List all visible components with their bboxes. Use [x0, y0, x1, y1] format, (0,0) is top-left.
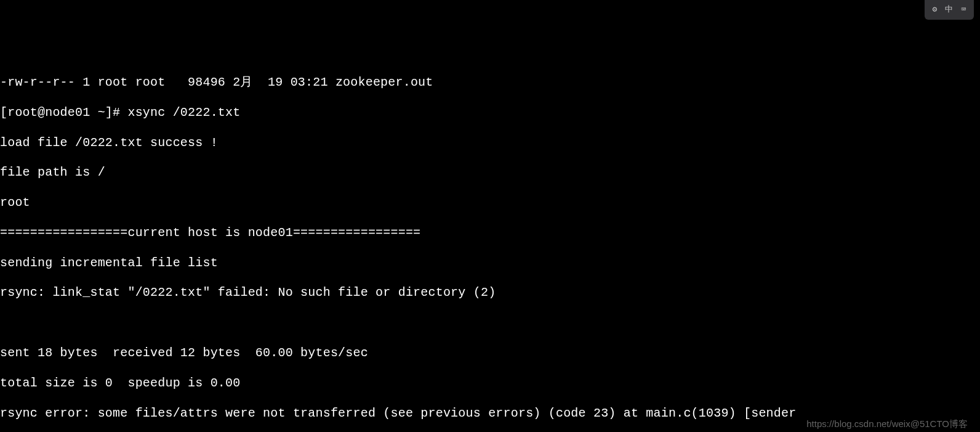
- ime-toolbar[interactable]: ⚙ 中 ⌨: [925, 0, 974, 20]
- terminal-line: load file /0222.txt success !: [0, 136, 980, 150]
- ime-language-label[interactable]: 中: [945, 5, 953, 15]
- terminal-line: file path is /: [0, 165, 980, 180]
- terminal-line: [root@node01 ~]# xsync /0222.txt: [0, 105, 980, 120]
- terminal-line: sent 18 bytes received 12 bytes 60.00 by…: [0, 346, 980, 361]
- terminal-line: =================current host is node01=…: [0, 226, 980, 240]
- terminal-line: -rw-r--r-- 1 root root 98496 2月 19 03:21…: [0, 75, 980, 90]
- terminal-line: root: [0, 195, 980, 210]
- watermark-text: https://blog.csdn.net/weix@51CTO博客: [806, 418, 968, 430]
- terminal-line: rsync: link_stat "/0222.txt" failed: No …: [0, 285, 980, 300]
- terminal-output[interactable]: -rw-r--r-- 1 root root 98496 2月 19 03:21…: [0, 60, 980, 432]
- ime-gear-icon[interactable]: ⚙: [932, 5, 937, 15]
- terminal-line: sending incremental file list: [0, 256, 980, 271]
- terminal-line: total size is 0 speedup is 0.00: [0, 376, 980, 391]
- ime-keyboard-icon[interactable]: ⌨: [962, 5, 966, 15]
- terminal-line: [0, 316, 980, 330]
